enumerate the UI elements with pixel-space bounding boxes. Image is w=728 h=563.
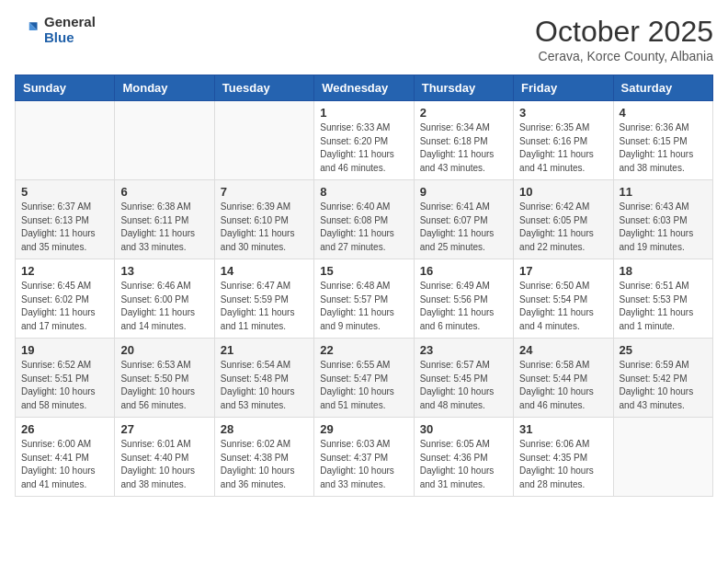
day-info: Sunrise: 6:46 AM Sunset: 6:00 PM Dayligh… bbox=[120, 280, 208, 333]
calendar-cell: 27Sunrise: 6:01 AM Sunset: 4:40 PM Dayli… bbox=[115, 418, 214, 497]
day-number: 29 bbox=[320, 422, 407, 436]
day-info: Sunrise: 6:47 AM Sunset: 5:59 PM Dayligh… bbox=[221, 280, 308, 333]
calendar-cell: 9Sunrise: 6:41 AM Sunset: 6:07 PM Daylig… bbox=[414, 180, 513, 259]
day-info: Sunrise: 6:59 AM Sunset: 5:42 PM Dayligh… bbox=[620, 359, 707, 412]
header-tuesday: Tuesday bbox=[214, 75, 313, 101]
calendar-cell bbox=[115, 101, 214, 180]
day-number: 24 bbox=[519, 343, 607, 357]
day-info: Sunrise: 6:43 AM Sunset: 6:03 PM Dayligh… bbox=[620, 201, 707, 254]
calendar-cell: 29Sunrise: 6:03 AM Sunset: 4:37 PM Dayli… bbox=[314, 418, 414, 497]
day-info: Sunrise: 6:00 AM Sunset: 4:41 PM Dayligh… bbox=[21, 438, 108, 491]
calendar-week-row: 12Sunrise: 6:45 AM Sunset: 6:02 PM Dayli… bbox=[16, 259, 713, 339]
calendar-cell: 7Sunrise: 6:39 AM Sunset: 6:10 PM Daylig… bbox=[214, 180, 313, 259]
calendar-week-row: 26Sunrise: 6:00 AM Sunset: 4:41 PM Dayli… bbox=[16, 418, 713, 497]
day-number: 22 bbox=[320, 343, 407, 357]
day-number: 1 bbox=[320, 106, 407, 120]
calendar-cell: 18Sunrise: 6:51 AM Sunset: 5:53 PM Dayli… bbox=[613, 259, 712, 339]
day-info: Sunrise: 6:38 AM Sunset: 6:11 PM Dayligh… bbox=[120, 201, 208, 254]
logo-text: General Blue bbox=[44, 15, 96, 45]
day-number: 15 bbox=[320, 264, 407, 278]
calendar-cell bbox=[613, 418, 712, 497]
day-number: 25 bbox=[620, 343, 707, 357]
calendar-cell: 21Sunrise: 6:54 AM Sunset: 5:48 PM Dayli… bbox=[214, 339, 313, 418]
calendar-cell: 15Sunrise: 6:48 AM Sunset: 5:57 PM Dayli… bbox=[314, 259, 414, 339]
day-info: Sunrise: 6:49 AM Sunset: 5:56 PM Dayligh… bbox=[420, 280, 507, 333]
logo: General Blue bbox=[15, 15, 96, 45]
day-number: 20 bbox=[120, 343, 208, 357]
day-info: Sunrise: 6:41 AM Sunset: 6:07 PM Dayligh… bbox=[420, 201, 507, 254]
day-number: 28 bbox=[221, 422, 308, 436]
calendar-week-row: 1Sunrise: 6:33 AM Sunset: 6:20 PM Daylig… bbox=[16, 101, 713, 180]
calendar-cell: 13Sunrise: 6:46 AM Sunset: 6:00 PM Dayli… bbox=[115, 259, 214, 339]
calendar-cell: 31Sunrise: 6:06 AM Sunset: 4:35 PM Dayli… bbox=[514, 418, 613, 497]
calendar-week-row: 19Sunrise: 6:52 AM Sunset: 5:51 PM Dayli… bbox=[16, 339, 713, 418]
day-number: 2 bbox=[420, 106, 507, 120]
logo-blue: Blue bbox=[44, 30, 96, 46]
day-number: 27 bbox=[120, 422, 208, 436]
day-info: Sunrise: 6:53 AM Sunset: 5:50 PM Dayligh… bbox=[120, 359, 208, 412]
day-number: 7 bbox=[221, 185, 308, 199]
header-friday: Friday bbox=[514, 75, 613, 101]
day-info: Sunrise: 6:03 AM Sunset: 4:37 PM Dayligh… bbox=[320, 438, 407, 491]
calendar-cell: 2Sunrise: 6:34 AM Sunset: 6:18 PM Daylig… bbox=[414, 101, 513, 180]
header-sunday: Sunday bbox=[16, 75, 115, 101]
location-subtitle: Cerava, Korce County, Albania bbox=[535, 49, 713, 63]
day-info: Sunrise: 6:51 AM Sunset: 5:53 PM Dayligh… bbox=[620, 280, 707, 333]
calendar-cell: 16Sunrise: 6:49 AM Sunset: 5:56 PM Dayli… bbox=[414, 259, 513, 339]
day-info: Sunrise: 6:55 AM Sunset: 5:47 PM Dayligh… bbox=[320, 359, 407, 412]
day-info: Sunrise: 6:57 AM Sunset: 5:45 PM Dayligh… bbox=[420, 359, 507, 412]
calendar-cell: 12Sunrise: 6:45 AM Sunset: 6:02 PM Dayli… bbox=[16, 259, 115, 339]
calendar-cell: 11Sunrise: 6:43 AM Sunset: 6:03 PM Dayli… bbox=[613, 180, 712, 259]
day-info: Sunrise: 6:52 AM Sunset: 5:51 PM Dayligh… bbox=[21, 359, 108, 412]
calendar-cell: 3Sunrise: 6:35 AM Sunset: 6:16 PM Daylig… bbox=[514, 101, 613, 180]
calendar-cell: 22Sunrise: 6:55 AM Sunset: 5:47 PM Dayli… bbox=[314, 339, 414, 418]
header-saturday: Saturday bbox=[613, 75, 712, 101]
day-info: Sunrise: 6:39 AM Sunset: 6:10 PM Dayligh… bbox=[221, 201, 308, 254]
day-info: Sunrise: 6:36 AM Sunset: 6:15 PM Dayligh… bbox=[620, 121, 707, 175]
day-info: Sunrise: 6:48 AM Sunset: 5:57 PM Dayligh… bbox=[320, 280, 407, 333]
calendar-cell: 28Sunrise: 6:02 AM Sunset: 4:38 PM Dayli… bbox=[214, 418, 313, 497]
day-number: 11 bbox=[620, 185, 707, 199]
calendar-table: SundayMondayTuesdayWednesdayThursdayFrid… bbox=[15, 75, 713, 497]
logo-icon bbox=[15, 17, 40, 43]
calendar-cell: 14Sunrise: 6:47 AM Sunset: 5:59 PM Dayli… bbox=[214, 259, 313, 339]
logo-general: General bbox=[44, 15, 96, 30]
day-info: Sunrise: 6:58 AM Sunset: 5:44 PM Dayligh… bbox=[519, 359, 607, 412]
calendar-cell: 17Sunrise: 6:50 AM Sunset: 5:54 PM Dayli… bbox=[514, 259, 613, 339]
calendar-cell: 4Sunrise: 6:36 AM Sunset: 6:15 PM Daylig… bbox=[613, 101, 712, 180]
calendar-cell: 24Sunrise: 6:58 AM Sunset: 5:44 PM Dayli… bbox=[514, 339, 613, 418]
day-info: Sunrise: 6:50 AM Sunset: 5:54 PM Dayligh… bbox=[519, 280, 607, 333]
day-info: Sunrise: 6:40 AM Sunset: 6:08 PM Dayligh… bbox=[320, 201, 407, 254]
day-number: 9 bbox=[420, 185, 507, 199]
calendar-week-row: 5Sunrise: 6:37 AM Sunset: 6:13 PM Daylig… bbox=[16, 180, 713, 259]
header-thursday: Thursday bbox=[414, 75, 513, 101]
day-info: Sunrise: 6:05 AM Sunset: 4:36 PM Dayligh… bbox=[420, 438, 507, 491]
day-info: Sunrise: 6:01 AM Sunset: 4:40 PM Dayligh… bbox=[120, 438, 208, 491]
day-info: Sunrise: 6:54 AM Sunset: 5:48 PM Dayligh… bbox=[221, 359, 308, 412]
day-info: Sunrise: 6:06 AM Sunset: 4:35 PM Dayligh… bbox=[519, 438, 607, 491]
calendar-cell: 19Sunrise: 6:52 AM Sunset: 5:51 PM Dayli… bbox=[16, 339, 115, 418]
day-number: 13 bbox=[120, 264, 208, 278]
day-number: 19 bbox=[21, 343, 108, 357]
header-monday: Monday bbox=[115, 75, 214, 101]
calendar-cell: 23Sunrise: 6:57 AM Sunset: 5:45 PM Dayli… bbox=[414, 339, 513, 418]
calendar-cell: 10Sunrise: 6:42 AM Sunset: 6:05 PM Dayli… bbox=[514, 180, 613, 259]
day-number: 12 bbox=[21, 264, 108, 278]
calendar-header-row: SundayMondayTuesdayWednesdayThursdayFrid… bbox=[16, 75, 713, 101]
title-section: October 2025 Cerava, Korce County, Alban… bbox=[535, 15, 713, 63]
day-number: 8 bbox=[320, 185, 407, 199]
day-number: 10 bbox=[519, 185, 607, 199]
day-info: Sunrise: 6:35 AM Sunset: 6:16 PM Dayligh… bbox=[519, 121, 607, 175]
day-number: 26 bbox=[21, 422, 108, 436]
calendar-cell: 20Sunrise: 6:53 AM Sunset: 5:50 PM Dayli… bbox=[115, 339, 214, 418]
day-number: 14 bbox=[221, 264, 308, 278]
calendar-cell: 30Sunrise: 6:05 AM Sunset: 4:36 PM Dayli… bbox=[414, 418, 513, 497]
calendar-cell: 26Sunrise: 6:00 AM Sunset: 4:41 PM Dayli… bbox=[16, 418, 115, 497]
month-title: October 2025 bbox=[535, 15, 713, 49]
page-header: General Blue October 2025 Cerava, Korce … bbox=[15, 15, 713, 63]
day-number: 5 bbox=[21, 185, 108, 199]
day-number: 16 bbox=[420, 264, 507, 278]
calendar-cell: 5Sunrise: 6:37 AM Sunset: 6:13 PM Daylig… bbox=[16, 180, 115, 259]
calendar-cell bbox=[214, 101, 313, 180]
day-number: 30 bbox=[420, 422, 507, 436]
